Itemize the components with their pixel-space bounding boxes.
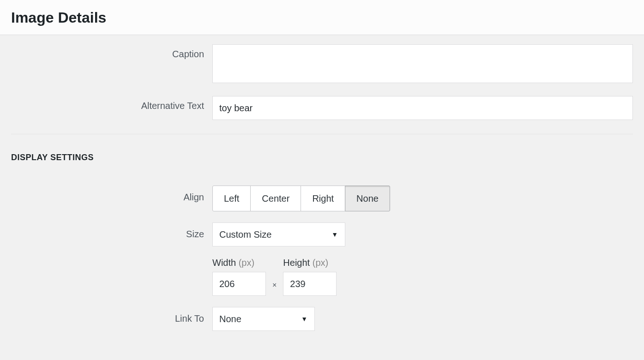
align-center-button[interactable]: Center	[250, 186, 301, 211]
section-divider	[11, 134, 633, 134]
align-row: Align Left Center Right None	[11, 186, 633, 211]
size-row: Size Custom Size ▼	[11, 222, 633, 246]
link-to-control: None ▼	[212, 307, 633, 331]
width-input[interactable]	[212, 272, 266, 296]
size-select-wrap: Custom Size ▼	[212, 222, 345, 246]
align-control: Left Center Right None	[212, 186, 633, 211]
height-label-text: Height	[283, 258, 310, 268]
dialog-content: Caption Alternative Text DISPLAY SETTING…	[0, 35, 644, 360]
link-to-label: Link To	[11, 307, 212, 324]
align-right-button[interactable]: Right	[301, 186, 345, 211]
height-unit: (px)	[313, 258, 328, 268]
caption-input[interactable]	[212, 44, 633, 83]
page-title: Image Details	[11, 9, 633, 26]
width-label: Width (px)	[212, 258, 266, 268]
height-label: Height (px)	[283, 258, 337, 268]
align-button-group: Left Center Right None	[212, 186, 390, 211]
width-unit: (px)	[239, 258, 254, 268]
dialog-header: Image Details	[0, 0, 644, 35]
caption-label: Caption	[11, 44, 212, 60]
dimensions-row: Width (px) × Height (px)	[11, 258, 633, 296]
display-settings-heading: DISPLAY SETTINGS	[11, 153, 633, 162]
link-to-select-wrap: None ▼	[212, 307, 315, 331]
align-none-button[interactable]: None	[345, 186, 390, 211]
alt-text-row: Alternative Text	[11, 96, 633, 120]
dimensions-inputs: Width (px) × Height (px)	[212, 258, 633, 296]
alt-text-label: Alternative Text	[11, 96, 212, 111]
dimensions-control: Width (px) × Height (px)	[212, 258, 633, 296]
dimension-separator: ×	[266, 281, 283, 296]
width-label-text: Width	[212, 258, 236, 268]
height-group: Height (px)	[283, 258, 337, 296]
link-to-select[interactable]: None	[212, 307, 315, 331]
align-label: Align	[11, 186, 212, 203]
width-group: Width (px)	[212, 258, 266, 296]
height-input[interactable]	[283, 272, 337, 296]
alt-text-control	[212, 96, 633, 120]
align-left-button[interactable]: Left	[212, 186, 251, 211]
caption-control	[212, 44, 633, 85]
size-label: Size	[11, 222, 212, 240]
caption-row: Caption	[11, 44, 633, 85]
link-to-row: Link To None ▼	[11, 307, 633, 331]
alt-text-input[interactable]	[212, 96, 633, 120]
size-control: Custom Size ▼	[212, 222, 633, 246]
size-select[interactable]: Custom Size	[212, 222, 345, 246]
